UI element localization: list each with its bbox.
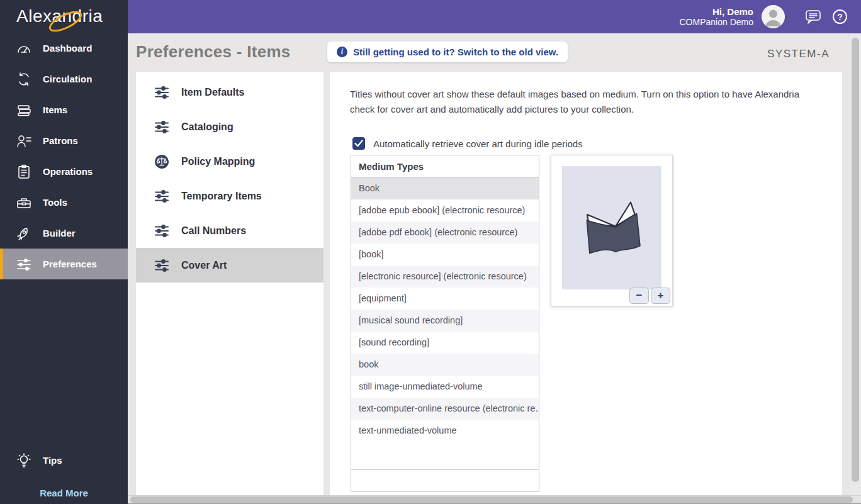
default-cover-image: [562, 166, 661, 289]
table-row[interactable]: Book: [351, 177, 539, 199]
open-book-illustration: [572, 181, 651, 275]
table-row[interactable]: [adobe epub ebook] (electronic resource): [351, 199, 539, 221]
sidebar-item-circulation[interactable]: Circulation: [0, 64, 128, 94]
table-row[interactable]: text-computer-online resource (electroni…: [351, 398, 539, 420]
subnav-item-label: Policy Mapping: [181, 156, 255, 167]
logo-text: Alexandria: [16, 6, 103, 26]
subnav-item-label: Cataloging: [181, 121, 234, 133]
table-row[interactable]: [sound recording]: [351, 332, 539, 354]
chat-icon[interactable]: [805, 9, 821, 25]
sidebar-item-label: Operations: [43, 166, 93, 177]
sidebar-item-preferences[interactable]: Preferences: [0, 249, 128, 279]
vertical-scrollbar-thumb[interactable]: [852, 38, 859, 482]
subnav-item-cataloging[interactable]: Cataloging: [136, 109, 324, 144]
dashboard-icon: [15, 40, 32, 57]
sidebar-item-tips[interactable]: Tips: [0, 445, 128, 476]
builder-icon: [15, 225, 32, 242]
table-footer: [351, 469, 539, 491]
page-content: Preferences - Items i Still getting used…: [128, 33, 861, 504]
user-block: Hi, Demo COMPanion Demo: [680, 6, 754, 28]
sidebar-nav: Dashboard Circulation Items Patrons: [0, 33, 128, 279]
banner-text: Still getting used to it? Switch to the …: [353, 47, 558, 57]
sidebar-item-items[interactable]: Items: [0, 94, 128, 125]
sidebar-item-label: Tools: [43, 197, 67, 208]
help-icon[interactable]: ?: [833, 9, 847, 24]
subnav-item-label: Temporary Items: [181, 191, 262, 202]
zoom-in-button[interactable]: +: [651, 288, 670, 304]
cover-art-preview-card: − +: [551, 155, 673, 306]
sidebar-item-label: Items: [43, 104, 67, 115]
sidebar-item-dashboard[interactable]: Dashboard: [0, 33, 128, 64]
avatar[interactable]: [762, 5, 785, 28]
subnav-item-label: Item Defaults: [181, 87, 244, 98]
preferences-icon: [15, 255, 32, 272]
user-account: COMPanion Demo: [680, 17, 754, 28]
sliders-icon: [154, 223, 169, 238]
tools-icon: [15, 194, 32, 211]
top-bar: Hi, Demo COMPanion Demo ?: [128, 0, 861, 33]
tips-lightbulb-icon: [15, 452, 32, 469]
read-more-link[interactable]: Read More: [0, 488, 128, 498]
operations-icon: [15, 163, 32, 180]
table-row[interactable]: book: [351, 354, 539, 376]
old-view-banner[interactable]: i Still getting used to it? Switch to th…: [327, 42, 568, 62]
sidebar-item-patrons[interactable]: Patrons: [0, 125, 128, 156]
medium-types-table: Medium Types Book [adobe epub ebook] (el…: [351, 155, 539, 492]
preferences-subnav: Item Defaults Cataloging: [136, 72, 324, 495]
tips-label: Tips: [43, 455, 62, 466]
info-icon: i: [337, 47, 347, 57]
subnav-item-label: Call Numbers: [181, 225, 246, 237]
policy-scales-icon: [154, 154, 169, 169]
items-icon: [15, 101, 32, 118]
alexandria-logo[interactable]: Alexandria: [16, 6, 103, 26]
sidebar-item-label: Dashboard: [43, 43, 92, 53]
system-label: SYSTEM-A: [767, 48, 830, 60]
auto-retrieve-label: Automatically retrieve cover art during …: [373, 138, 583, 149]
sidebar-item-label: Circulation: [43, 74, 92, 84]
zoom-out-button[interactable]: −: [629, 288, 649, 304]
vertical-scrollbar-track: [850, 33, 861, 495]
circulation-icon: [15, 70, 32, 87]
sliders-icon: [154, 258, 169, 273]
sliders-icon: [154, 120, 169, 135]
horizontal-scrollbar-thumb[interactable]: [130, 496, 853, 503]
subnav-item-call-numbers[interactable]: Call Numbers: [136, 213, 324, 248]
sidebar-item-label: Builder: [43, 228, 76, 238]
cover-art-panel: Titles without cover art show these defa…: [330, 72, 842, 495]
table-row[interactable]: [equipment]: [351, 288, 539, 310]
table-row[interactable]: still image-unmediated-volume: [351, 376, 539, 398]
cover-art-description: Titles without cover art show these defa…: [350, 87, 821, 117]
subnav-item-policy-mapping[interactable]: Policy Mapping: [136, 144, 324, 179]
table-row[interactable]: [musical sound recording]: [351, 310, 539, 332]
sidebar-item-label: Preferences: [43, 259, 97, 269]
sidebar-item-label: Patrons: [43, 135, 78, 146]
sliders-icon: [154, 189, 169, 204]
table-row[interactable]: [electronic resource] (electronic resour…: [351, 266, 539, 288]
auto-retrieve-checkbox-row[interactable]: Automatically retrieve cover art during …: [352, 137, 583, 150]
table-row[interactable]: text-unmediated-volume: [351, 420, 539, 442]
patrons-icon: [15, 132, 32, 149]
preview-zoom-controls: − +: [629, 288, 670, 304]
app-window: Alexandria Dashboard Circulation: [0, 0, 861, 504]
subnav-item-cover-art[interactable]: Cover Art: [136, 248, 324, 283]
user-greeting: Hi, Demo: [680, 6, 754, 17]
subnav-item-item-defaults[interactable]: Item Defaults: [136, 75, 324, 109]
subnav-item-temporary-items[interactable]: Temporary Items: [136, 179, 324, 213]
subnav-item-label: Cover Art: [181, 260, 227, 271]
sidebar-item-tools[interactable]: Tools: [0, 187, 128, 218]
page-title: Preferences - Items: [136, 42, 291, 62]
auto-retrieve-checkbox[interactable]: [352, 137, 365, 150]
table-filler: [351, 442, 539, 469]
main-sidebar: Alexandria Dashboard Circulation: [0, 0, 128, 504]
table-row[interactable]: [adobe pdf ebook] (electronic resource): [351, 221, 539, 244]
horizontal-scrollbar-track: [128, 495, 861, 504]
table-row[interactable]: [book]: [351, 244, 539, 266]
sidebar-item-operations[interactable]: Operations: [0, 156, 128, 187]
medium-types-header: Medium Types: [351, 155, 539, 177]
sidebar-item-builder[interactable]: Builder: [0, 218, 128, 249]
sliders-icon: [154, 85, 169, 100]
